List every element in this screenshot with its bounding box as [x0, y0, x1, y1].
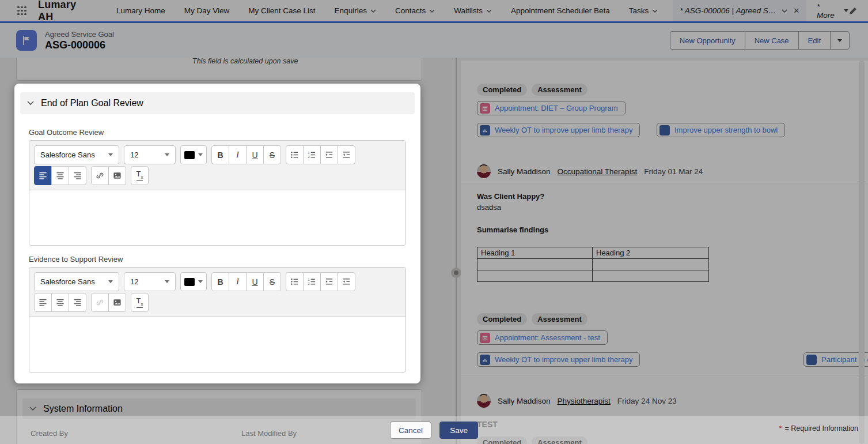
toolbar-row-1: Salesforce Sans 12 B I U S — [34, 145, 401, 164]
editor-toolbar: Salesforce Sans 12 B I U S — [29, 141, 405, 190]
caret-down-icon — [165, 280, 169, 283]
bold-button[interactable]: B — [211, 145, 229, 164]
field-label-evidence-review: Evidence to Support Review — [29, 255, 420, 264]
rich-text-editor-evidence: Salesforce Sans 12 B I U S — [29, 267, 406, 372]
font-size-value: 12 — [130, 277, 138, 286]
edit-footer-bar: Cancel Save *= Required Information — [0, 416, 868, 444]
bulleted-list-button[interactable] — [286, 272, 304, 291]
caret-down-icon — [198, 153, 203, 156]
outdent-button[interactable] — [338, 272, 355, 291]
caret-down-icon — [108, 153, 113, 156]
font-family-value: Salesforce Sans — [40, 277, 95, 286]
image-button[interactable] — [108, 293, 126, 312]
outdent-button[interactable] — [338, 145, 355, 164]
align-left-button[interactable] — [34, 166, 52, 185]
indent-button[interactable] — [320, 272, 338, 291]
required-information-note: *= Required Information — [779, 424, 858, 432]
color-swatch — [184, 151, 195, 159]
font-family-value: Salesforce Sans — [40, 150, 95, 159]
remove-format-button[interactable]: Tx — [131, 293, 149, 312]
svg-text:2: 2 — [308, 282, 309, 285]
format-button-group: B I U S — [211, 272, 281, 291]
caret-down-icon — [165, 153, 169, 156]
align-button-group — [34, 166, 86, 185]
rich-text-editor-goal-outcome: Salesforce Sans 12 B I U S — [29, 140, 406, 246]
required-asterisk: * — [779, 424, 782, 432]
svg-text:2: 2 — [308, 155, 309, 159]
svg-text:1: 1 — [308, 278, 309, 281]
align-center-button[interactable] — [51, 293, 69, 312]
color-swatch — [184, 278, 195, 286]
svg-text:1: 1 — [308, 151, 309, 155]
toolbar-row-1: Salesforce Sans 12 B I U S — [34, 272, 401, 291]
font-size-value: 12 — [130, 150, 138, 159]
app-root: Lumary AH Lumary Home My Day View My Cli… — [0, 0, 868, 444]
align-left-button[interactable] — [34, 293, 52, 312]
bold-button[interactable]: B — [211, 272, 229, 291]
chevron-down-icon — [27, 101, 34, 106]
strikethrough-button[interactable]: S — [263, 145, 281, 164]
indent-button[interactable] — [320, 145, 338, 164]
font-family-select[interactable]: Salesforce Sans — [34, 145, 119, 164]
section-title: End of Plan Goal Review — [41, 98, 143, 108]
underline-button[interactable]: U — [246, 272, 264, 291]
underline-button[interactable]: U — [246, 145, 264, 164]
text-color-button[interactable] — [180, 272, 207, 291]
text-color-button[interactable] — [180, 145, 207, 164]
save-button[interactable]: Save — [439, 422, 478, 439]
toolbar-row-2: Tx — [34, 293, 401, 312]
toolbar-row-2: Tx — [34, 166, 401, 185]
align-center-button[interactable] — [51, 166, 69, 185]
strikethrough-button[interactable]: S — [263, 272, 281, 291]
link-button[interactable] — [91, 166, 109, 185]
field-label-goal-outcome-review: Goal Outcome Review — [29, 128, 420, 137]
italic-button[interactable]: I — [229, 272, 247, 291]
italic-button[interactable]: I — [229, 145, 247, 164]
insert-button-group — [91, 293, 126, 312]
align-button-group — [34, 293, 86, 312]
list-button-group: 12 — [286, 272, 355, 291]
rich-text-input-area[interactable] — [29, 317, 405, 372]
end-of-plan-goal-review-section: End of Plan Goal Review Goal Outcome Rev… — [14, 84, 420, 383]
format-button-group: B I U S — [211, 145, 281, 164]
link-button — [91, 293, 109, 312]
align-right-button[interactable] — [69, 166, 86, 185]
insert-button-group — [91, 166, 126, 185]
rich-text-input-area[interactable] — [29, 190, 405, 245]
numbered-list-button[interactable]: 12 — [303, 145, 321, 164]
bulleted-list-button[interactable] — [286, 145, 304, 164]
list-button-group: 12 — [286, 145, 355, 164]
font-size-select[interactable]: 12 — [124, 272, 176, 291]
font-family-select[interactable]: Salesforce Sans — [34, 272, 119, 291]
caret-down-icon — [108, 280, 113, 283]
remove-format-button[interactable]: Tx — [131, 166, 149, 185]
required-text: = Required Information — [784, 424, 858, 432]
numbered-list-button[interactable]: 12 — [303, 272, 321, 291]
cancel-button[interactable]: Cancel — [390, 422, 431, 439]
align-right-button[interactable] — [69, 293, 86, 312]
caret-down-icon — [198, 280, 203, 283]
section-header[interactable]: End of Plan Goal Review — [20, 92, 415, 114]
font-size-select[interactable]: 12 — [124, 145, 176, 164]
image-button[interactable] — [108, 166, 126, 185]
editor-toolbar: Salesforce Sans 12 B I U S — [29, 268, 405, 317]
